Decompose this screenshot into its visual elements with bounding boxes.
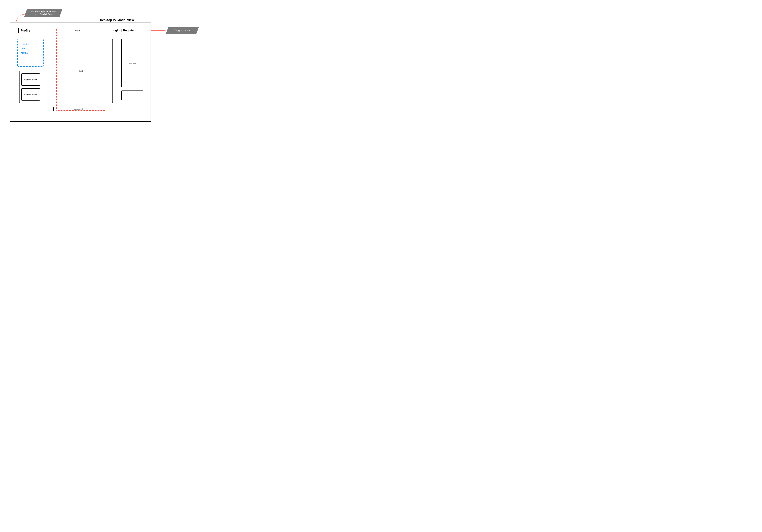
game-controls-label: Game Controls [74,108,84,110]
game-controls[interactable]: Game Controls [53,107,104,111]
suggested-game-1-label: suggested game 1 [24,79,37,81]
annotation-trigger-modals-text: Trigger Modals [174,29,190,32]
game-area[interactable]: GAME [49,39,113,103]
suggested-game-2-label: suggested game 2 [24,94,37,96]
annotation-profile-note-text: Will show a profile section on profile c… [31,10,55,16]
profile-panel[interactable]: Handles edit profile [17,39,43,67]
game-stats-label: Game Stats [129,62,136,64]
profile-panel-line3: profile [21,51,40,55]
right-column-secondary-panel [121,91,143,100]
nav-login-link[interactable]: Login [112,29,119,32]
annotation-profile-note: Will show a profile section on profile c… [26,9,61,17]
profile-panel-line1: Handles [21,42,40,46]
nav-auth-links: Login | Register [112,29,135,32]
game-stats-panel: Game Stats [121,39,143,87]
navbar: Profile Navbar Login | Register [18,28,137,33]
suggested-game-2[interactable]: suggested game 2 [21,88,40,100]
game-area-label: GAME [78,70,83,72]
nav-profile-link[interactable]: Profile [21,29,30,32]
suggested-game-1[interactable]: suggested game 1 [21,73,40,86]
nav-separator: | [120,29,122,32]
profile-panel-line2: edit [21,46,40,51]
suggested-games-panel: suggested game 1 suggested game 2 [19,71,42,103]
annotation-trigger-modals: Trigger Modals [167,28,197,34]
navbar-label: Navbar [75,30,80,32]
frame-title: Desktop V2 Modal View [100,18,134,22]
nav-register-link[interactable]: Register [123,29,135,32]
